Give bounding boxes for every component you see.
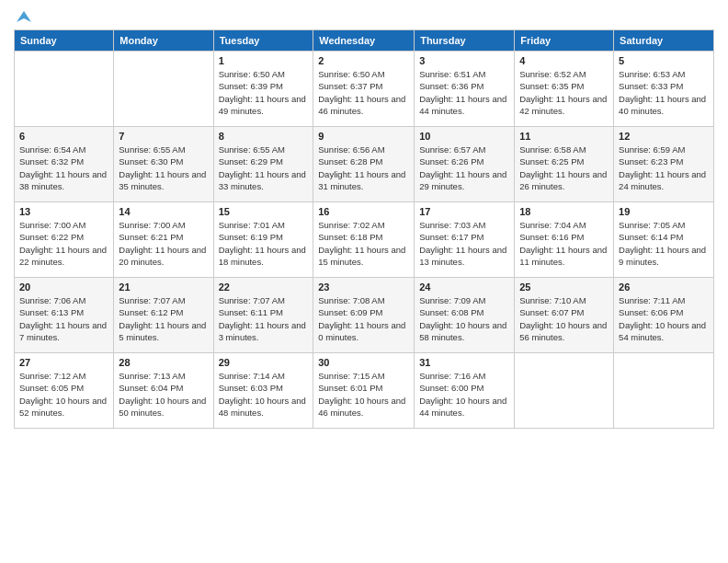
day-number: 3 [419,55,509,66]
week-row-3: 20 Sunrise: 7:06 AMSunset: 6:13 PMDaylig… [15,278,714,353]
day-number: 12 [619,131,709,142]
day-cell [614,353,714,429]
day-detail: Sunrise: 6:53 AMSunset: 6:33 PMDaylight:… [619,68,709,117]
day-number: 11 [519,131,609,142]
day-detail: Sunrise: 7:15 AMSunset: 6:01 PMDaylight:… [318,370,409,419]
day-cell: 6 Sunrise: 6:54 AMSunset: 6:32 PMDayligh… [15,127,114,202]
day-detail: Sunrise: 7:14 AMSunset: 6:03 PMDaylight:… [219,370,309,419]
day-number: 6 [19,131,108,142]
week-row-1: 6 Sunrise: 6:54 AMSunset: 6:32 PMDayligh… [15,127,714,202]
day-number: 14 [119,206,208,217]
day-cell: 16 Sunrise: 7:02 AMSunset: 6:18 PMDaylig… [313,202,415,278]
day-detail: Sunrise: 7:02 AMSunset: 6:18 PMDaylight:… [318,219,409,268]
col-friday: Friday [515,30,614,52]
day-cell: 23 Sunrise: 7:08 AMSunset: 6:09 PMDaylig… [313,278,415,353]
col-monday: Monday [114,30,213,52]
day-cell: 30 Sunrise: 7:15 AMSunset: 6:01 PMDaylig… [313,353,415,429]
col-sunday: Sunday [15,30,114,52]
day-detail: Sunrise: 6:55 AMSunset: 6:29 PMDaylight:… [219,144,309,192]
day-number: 20 [19,282,108,293]
day-cell: 27 Sunrise: 7:12 AMSunset: 6:05 PMDaylig… [15,353,114,429]
day-detail: Sunrise: 7:06 AMSunset: 6:13 PMDaylight:… [19,294,108,343]
day-number: 29 [219,357,309,368]
day-number: 31 [419,357,509,368]
day-cell: 10 Sunrise: 6:57 AMSunset: 6:26 PMDaylig… [415,127,515,202]
day-detail: Sunrise: 6:55 AMSunset: 6:30 PMDaylight:… [119,144,208,192]
day-cell: 24 Sunrise: 7:09 AMSunset: 6:08 PMDaylig… [415,278,515,353]
day-detail: Sunrise: 6:59 AMSunset: 6:23 PMDaylight:… [619,144,709,192]
day-cell: 19 Sunrise: 7:05 AMSunset: 6:14 PMDaylig… [614,202,714,278]
day-detail: Sunrise: 6:56 AMSunset: 6:28 PMDaylight:… [318,144,409,192]
day-cell: 12 Sunrise: 6:59 AMSunset: 6:23 PMDaylig… [614,127,714,202]
col-thursday: Thursday [415,30,515,52]
day-detail: Sunrise: 7:09 AMSunset: 6:08 PMDaylight:… [419,294,509,343]
day-number: 19 [619,206,709,217]
day-number: 23 [318,282,409,293]
day-detail: Sunrise: 7:03 AMSunset: 6:17 PMDaylight:… [419,219,509,268]
day-cell: 4 Sunrise: 6:52 AMSunset: 6:35 PMDayligh… [515,52,614,127]
day-detail: Sunrise: 6:50 AMSunset: 6:39 PMDaylight:… [219,68,309,117]
day-detail: Sunrise: 7:10 AMSunset: 6:07 PMDaylight:… [519,294,609,343]
day-cell: 20 Sunrise: 7:06 AMSunset: 6:13 PMDaylig… [15,278,114,353]
day-cell: 31 Sunrise: 7:16 AMSunset: 6:00 PMDaylig… [415,353,515,429]
svg-marker-0 [17,11,31,22]
day-number: 16 [318,206,409,217]
week-row-4: 27 Sunrise: 7:12 AMSunset: 6:05 PMDaylig… [15,353,714,429]
day-cell: 13 Sunrise: 7:00 AMSunset: 6:22 PMDaylig… [15,202,114,278]
day-detail: Sunrise: 7:12 AMSunset: 6:05 PMDaylight:… [19,370,108,419]
day-cell: 5 Sunrise: 6:53 AMSunset: 6:33 PMDayligh… [614,52,714,127]
page-container: Sunday Monday Tuesday Wednesday Thursday… [0,0,728,433]
day-number: 25 [519,282,609,293]
day-number: 13 [19,206,108,217]
day-cell: 17 Sunrise: 7:03 AMSunset: 6:17 PMDaylig… [415,202,515,278]
day-number: 28 [119,357,208,368]
day-number: 17 [419,206,509,217]
header-row: Sunday Monday Tuesday Wednesday Thursday… [15,30,714,52]
day-detail: Sunrise: 6:54 AMSunset: 6:32 PMDaylight:… [19,144,108,192]
day-cell: 22 Sunrise: 7:07 AMSunset: 6:11 PMDaylig… [213,278,313,353]
day-number: 24 [419,282,509,293]
day-number: 26 [619,282,709,293]
day-cell: 28 Sunrise: 7:13 AMSunset: 6:04 PMDaylig… [114,353,213,429]
calendar-table: Sunday Monday Tuesday Wednesday Thursday… [14,29,714,429]
day-number: 15 [219,206,309,217]
week-row-2: 13 Sunrise: 7:00 AMSunset: 6:22 PMDaylig… [15,202,714,278]
day-detail: Sunrise: 7:07 AMSunset: 6:12 PMDaylight:… [119,294,208,343]
day-number: 1 [219,55,309,66]
day-cell: 3 Sunrise: 6:51 AMSunset: 6:36 PMDayligh… [415,52,515,127]
day-detail: Sunrise: 7:11 AMSunset: 6:06 PMDaylight:… [619,294,709,343]
logo [14,9,34,24]
day-detail: Sunrise: 7:00 AMSunset: 6:22 PMDaylight:… [19,219,108,268]
day-number: 5 [619,55,709,66]
day-detail: Sunrise: 7:04 AMSunset: 6:16 PMDaylight:… [519,219,609,268]
day-number: 4 [519,55,609,66]
col-tuesday: Tuesday [213,30,313,52]
day-cell [114,52,213,127]
day-detail: Sunrise: 7:13 AMSunset: 6:04 PMDaylight:… [119,370,208,419]
logo-bird-icon [15,9,33,28]
header-area [14,9,714,24]
day-cell: 29 Sunrise: 7:14 AMSunset: 6:03 PMDaylig… [213,353,313,429]
week-row-0: 1 Sunrise: 6:50 AMSunset: 6:39 PMDayligh… [15,52,714,127]
day-detail: Sunrise: 6:50 AMSunset: 6:37 PMDaylight:… [318,68,409,117]
day-cell: 8 Sunrise: 6:55 AMSunset: 6:29 PMDayligh… [213,127,313,202]
day-cell: 21 Sunrise: 7:07 AMSunset: 6:12 PMDaylig… [114,278,213,353]
day-cell [515,353,614,429]
day-number: 21 [119,282,208,293]
day-detail: Sunrise: 7:05 AMSunset: 6:14 PMDaylight:… [619,219,709,268]
day-cell: 18 Sunrise: 7:04 AMSunset: 6:16 PMDaylig… [515,202,614,278]
day-number: 7 [119,131,208,142]
day-cell: 15 Sunrise: 7:01 AMSunset: 6:19 PMDaylig… [213,202,313,278]
day-number: 10 [419,131,509,142]
day-number: 30 [318,357,409,368]
day-cell: 25 Sunrise: 7:10 AMSunset: 6:07 PMDaylig… [515,278,614,353]
day-number: 2 [318,55,409,66]
day-detail: Sunrise: 7:07 AMSunset: 6:11 PMDaylight:… [219,294,309,343]
day-cell: 26 Sunrise: 7:11 AMSunset: 6:06 PMDaylig… [614,278,714,353]
day-number: 27 [19,357,108,368]
day-cell: 11 Sunrise: 6:58 AMSunset: 6:25 PMDaylig… [515,127,614,202]
day-detail: Sunrise: 6:58 AMSunset: 6:25 PMDaylight:… [519,144,609,192]
day-detail: Sunrise: 6:52 AMSunset: 6:35 PMDaylight:… [519,68,609,117]
day-number: 22 [219,282,309,293]
day-cell: 1 Sunrise: 6:50 AMSunset: 6:39 PMDayligh… [213,52,313,127]
